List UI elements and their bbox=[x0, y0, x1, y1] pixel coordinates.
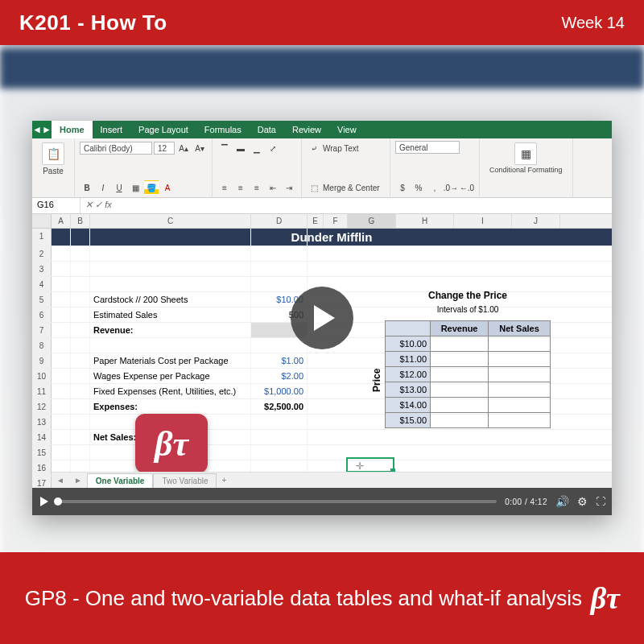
col-header[interactable]: H bbox=[396, 214, 454, 228]
underline-button[interactable]: U bbox=[112, 180, 126, 195]
row-header[interactable]: 14 bbox=[32, 430, 52, 444]
selected-cell-g16[interactable] bbox=[346, 457, 394, 473]
align-left-icon[interactable]: ≡ bbox=[217, 180, 232, 195]
sheet-nav-next-icon[interactable]: ► bbox=[69, 476, 87, 485]
row-header[interactable]: 17 bbox=[32, 476, 52, 488]
cell-label[interactable]: Fixed Expenses (Rent, Utilities, etc.) bbox=[90, 384, 251, 398]
align-right-icon[interactable]: ≡ bbox=[250, 180, 264, 195]
align-top-icon[interactable]: ▔ bbox=[217, 141, 232, 155]
row-header[interactable]: 7 bbox=[32, 323, 52, 337]
increase-font-icon[interactable]: A▴ bbox=[176, 141, 191, 155]
sheet-tab-two-variable[interactable]: Two Variable bbox=[153, 473, 217, 488]
tab-review[interactable]: Review bbox=[284, 121, 329, 138]
tab-home[interactable]: Home bbox=[52, 121, 93, 138]
row-header[interactable]: 4 bbox=[32, 277, 52, 291]
cell-label[interactable]: Revenue: bbox=[90, 323, 251, 337]
col-header[interactable]: F bbox=[324, 214, 348, 228]
dec-inc-icon[interactable]: .0→ bbox=[444, 180, 458, 195]
col-header[interactable]: I bbox=[454, 214, 512, 228]
row-header[interactable]: 12 bbox=[32, 399, 52, 414]
currency-icon[interactable]: $ bbox=[395, 180, 410, 195]
row-header[interactable]: 5 bbox=[32, 292, 52, 307]
row-header[interactable]: 1 bbox=[32, 229, 52, 246]
dt-price[interactable]: $13.00 bbox=[386, 382, 431, 398]
col-header[interactable]: B bbox=[71, 214, 90, 228]
row-header[interactable]: 2 bbox=[32, 246, 52, 261]
cell-label[interactable]: Estimated Sales bbox=[90, 308, 251, 322]
indent-dec-icon[interactable]: ⇤ bbox=[266, 180, 280, 195]
play-icon[interactable] bbox=[40, 497, 48, 506]
tab-formulas[interactable]: Formulas bbox=[196, 121, 250, 138]
cell-value[interactable]: $2.00 bbox=[251, 369, 308, 383]
sheet-nav-prev-icon[interactable]: ◄ bbox=[52, 476, 69, 485]
nav-fwd-icon[interactable]: ► bbox=[42, 121, 52, 138]
bold-button[interactable]: B bbox=[80, 180, 94, 195]
spreadsheet-grid[interactable]: A B C D E F G H I J Dunder Mifflin 12345… bbox=[32, 214, 612, 488]
align-center-icon[interactable]: ≡ bbox=[233, 180, 248, 195]
decrease-font-icon[interactable]: A▾ bbox=[192, 141, 207, 155]
dt-price[interactable]: $12.00 bbox=[386, 367, 431, 382]
merge-icon[interactable]: ⬚ bbox=[307, 180, 321, 195]
row-header[interactable]: 3 bbox=[32, 262, 52, 276]
comma-icon[interactable]: , bbox=[427, 180, 442, 195]
dt-price[interactable]: $15.00 bbox=[386, 413, 431, 428]
wrap-text-label[interactable]: Wrap Text bbox=[323, 144, 359, 153]
row-header[interactable]: 15 bbox=[32, 445, 52, 460]
row-header[interactable]: 9 bbox=[32, 353, 52, 368]
italic-button[interactable]: I bbox=[96, 180, 110, 195]
dt-price[interactable]: $10.00 bbox=[386, 336, 431, 352]
cell-label[interactable]: Cardstock // 200 Sheets bbox=[90, 292, 251, 307]
dt-price[interactable]: $11.00 bbox=[386, 352, 431, 367]
font-color-icon[interactable]: A bbox=[160, 180, 175, 195]
cell-label[interactable]: Expenses: bbox=[90, 399, 251, 414]
dt-price[interactable]: $14.00 bbox=[386, 398, 431, 413]
row-header[interactable]: 16 bbox=[32, 460, 52, 475]
align-middle-icon[interactable]: ▬ bbox=[233, 141, 248, 155]
tab-view[interactable]: View bbox=[329, 121, 365, 138]
row-header[interactable]: 6 bbox=[32, 308, 52, 322]
tab-data[interactable]: Data bbox=[250, 121, 284, 138]
name-box[interactable]: G16 bbox=[32, 198, 80, 213]
cell-value[interactable]: $2,500.00 bbox=[251, 399, 308, 414]
progress-slider[interactable] bbox=[56, 500, 497, 503]
select-all-corner[interactable] bbox=[32, 214, 52, 228]
paste-button[interactable]: 📋 Paste bbox=[37, 141, 69, 177]
col-header[interactable]: E bbox=[308, 214, 324, 228]
col-header[interactable]: C bbox=[90, 214, 251, 228]
volume-icon[interactable]: 🔊 bbox=[555, 495, 569, 508]
formula-input[interactable] bbox=[117, 198, 612, 213]
fill-color-icon[interactable]: 🪣 bbox=[144, 180, 159, 195]
fullscreen-icon[interactable]: ⛶ bbox=[596, 496, 604, 507]
number-format-select[interactable]: General bbox=[395, 141, 460, 154]
tab-insert[interactable]: Insert bbox=[93, 121, 131, 138]
font-size-select[interactable]: 12 bbox=[154, 142, 175, 155]
wrap-text-icon[interactable]: ⤶ bbox=[307, 141, 321, 155]
border-icon[interactable]: ▦ bbox=[128, 180, 142, 195]
video-play-button[interactable] bbox=[291, 287, 353, 349]
align-bottom-icon[interactable]: ▁ bbox=[250, 141, 264, 155]
nav-back-icon[interactable]: ◄ bbox=[32, 121, 42, 138]
row-header[interactable]: 8 bbox=[32, 338, 52, 353]
col-header[interactable]: D bbox=[251, 214, 308, 228]
merge-center-label[interactable]: Merge & Center bbox=[323, 184, 380, 192]
cell-label[interactable]: Paper Materials Cost per Package bbox=[90, 353, 251, 368]
orient-icon[interactable]: ⤢ bbox=[266, 141, 280, 155]
percent-icon[interactable]: % bbox=[411, 180, 426, 195]
fx-icon[interactable]: ✕ ✓ fx bbox=[80, 198, 117, 213]
dec-dec-icon[interactable]: ←.0 bbox=[460, 180, 474, 195]
conditional-formatting-button[interactable]: ▦ Conditional Formatting bbox=[485, 141, 568, 175]
indent-inc-icon[interactable]: ⇥ bbox=[282, 180, 296, 195]
row-header[interactable]: 11 bbox=[32, 384, 52, 398]
sheet-tab-one-variable[interactable]: One Variable bbox=[87, 473, 154, 488]
font-name-select[interactable]: Calibri (Body) bbox=[80, 142, 152, 155]
col-header[interactable]: A bbox=[52, 214, 71, 228]
add-sheet-button[interactable]: + bbox=[217, 476, 231, 485]
row-header[interactable]: 13 bbox=[32, 415, 52, 429]
cell-value[interactable]: $1.00 bbox=[251, 353, 308, 368]
col-header[interactable]: J bbox=[512, 214, 560, 228]
col-header[interactable]: G bbox=[348, 214, 396, 228]
cell-value[interactable]: $1,000.00 bbox=[251, 384, 308, 398]
row-header[interactable]: 10 bbox=[32, 369, 52, 383]
settings-icon[interactable]: ⚙ bbox=[577, 495, 588, 508]
cell-label[interactable]: Wages Expense per Package bbox=[90, 369, 251, 383]
